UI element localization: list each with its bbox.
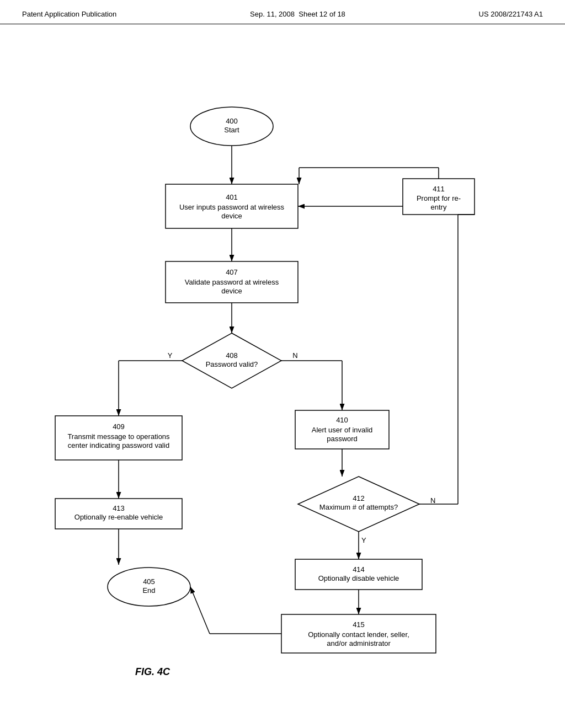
node-415-text1: Optionally contact lender, seller, [308,630,409,639]
node-414-text: Optionally disable vehicle [318,574,399,582]
header-right: US 2008/221743 A1 [479,10,543,18]
node-407-text1: Validate password at wireless [185,278,279,286]
node-410-text2: password [327,435,358,443]
fig-label: FIG. 4C [135,666,170,677]
node-407-label: 407 [226,268,238,276]
node-400-text: Start [224,126,239,134]
node-401-label: 401 [226,193,238,201]
node-415-text2: and/or administrator [327,639,391,647]
node-410-label: 410 [336,416,348,424]
node-401-text2: device [221,212,242,220]
node-410-text1: Alert user of invalid [312,426,373,434]
node-408-text: Password valid? [206,360,258,368]
node-409-label: 409 [113,422,125,431]
arrow-415-405 [190,587,210,634]
header-center-date: Sep. 11, 2008 Sheet 12 of 18 [250,10,345,18]
node-412-label: 412 [353,494,365,502]
page-header: Patent Application Publication Sep. 11, … [0,0,565,24]
label-412-y: Y [361,536,366,544]
label-412-n: N [430,496,435,505]
node-400-label: 400 [226,117,238,125]
node-408-label: 408 [226,351,238,360]
node-415-label: 415 [353,620,365,629]
header-left: Patent Application Publication [22,10,116,18]
node-411-text2: entry [431,203,447,211]
diagram-area: 400 Start 401 User inputs password at wi… [0,24,565,719]
node-409-text1: Transmit message to operations [67,432,170,441]
node-413-label: 413 [113,504,125,512]
node-411-text1: Prompt for re- [417,194,461,202]
node-405-label: 405 [143,577,155,586]
node-413-text: Optionally re-enable vehicle [74,513,163,521]
node-412-text: Maximum # of attempts? [319,503,398,511]
node-414-label: 414 [353,565,365,574]
label-y: Y [168,351,173,360]
flowchart-svg: 400 Start 401 User inputs password at wi… [0,24,565,719]
label-n: N [292,351,297,360]
node-405-text: End [142,586,155,595]
node-409-text2: center indicating password valid [68,441,169,449]
node-411-label: 411 [433,185,445,193]
node-407-text2: device [221,287,242,295]
node-401-text1: User inputs password at wireless [179,203,285,211]
